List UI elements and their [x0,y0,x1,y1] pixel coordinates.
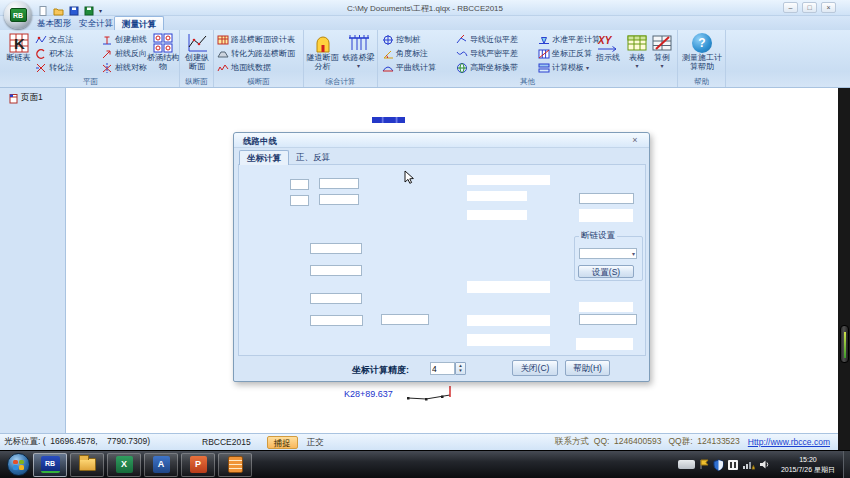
route-centerline-dialog: 线路中线 × 坐标计算 正、反算 [233,132,650,382]
statusbar-edge-cap [838,433,850,450]
tree-item-page1[interactable]: 页面1 [0,88,65,104]
taskbar-app-word[interactable]: A [144,453,178,477]
break-chain-set-button[interactable]: 设置(S) [578,265,634,278]
ribbon-group-profile: 创建纵断面 纵断面 [180,30,214,87]
table-button[interactable]: 表格 ▾ [626,32,648,69]
qat-customize-icon[interactable]: ▾ [99,8,102,14]
taskbar-app-file-manager[interactable] [70,453,104,477]
tab-survey-calc[interactable]: 测量计算 [114,16,164,30]
break-chain-combo[interactable]: ▾ [579,248,637,259]
show-desktop-button[interactable] [843,451,850,478]
control-stake-button[interactable]: 控制桩 [382,33,452,46]
control-stake-icon [382,34,394,46]
taskbar-app-rbcce[interactable]: RB [33,453,67,477]
subgrade-section-table-button[interactable]: 路基横断面设计表 [217,33,302,46]
tunnel-section-analysis-button[interactable]: 隧道断面分析 [305,32,340,72]
right-field-2[interactable] [579,314,637,325]
tab-coordinate-calc[interactable]: 坐标计算 [239,150,289,165]
input-field-4[interactable] [319,194,359,205]
minimize-button[interactable]: – [783,2,798,13]
broken-chainage-table-button[interactable]: K 断链表 [3,32,34,63]
input-method-icon[interactable] [728,460,738,470]
maximize-button[interactable]: □ [802,2,817,13]
flag-notification-icon[interactable] [699,459,709,470]
input-field-3[interactable] [290,195,309,206]
profile-icon [186,32,208,54]
ribbon-group-cross-section: 路基横断面设计表 转化为路基横断面 地面线数据 横断面 [214,30,304,87]
tree-item-label: 页面1 [21,92,43,104]
dialog-titlebar[interactable]: 线路中线 × [234,133,649,148]
input-field-1[interactable] [290,179,309,190]
bridge-culvert-structures-button[interactable]: 桥涵结构物 [147,32,179,72]
example-button[interactable]: 算例 ▾ [650,32,674,69]
convert-to-subgrade-section-button[interactable]: 转化为路基横断面 [217,47,302,60]
ground-line-data-button[interactable]: 地面线数据 [217,61,302,74]
tunnel-icon [313,32,333,54]
close-button[interactable]: × [821,2,836,13]
button-label: 路基横断面设计表 [231,34,295,45]
dialog-help-button[interactable]: 帮助(H) [565,360,610,376]
save-as-icon[interactable] [84,2,94,20]
traverse-approx-adjustment-button[interactable]: 导线近似平差 [456,33,536,46]
railway-bridge-button[interactable]: 铁路桥梁 ▾ [341,32,376,69]
input-field-2[interactable] [319,178,359,189]
start-button[interactable] [7,453,30,476]
save-icon[interactable] [69,2,79,20]
input-field-7[interactable] [310,293,362,304]
mouse-cursor [404,170,416,185]
angle-annotation-button[interactable]: 角度标注 [382,47,452,60]
intersection-method-button[interactable]: 交点法 [35,33,99,46]
indicator-line-button[interactable]: XY 指示线 [592,32,624,63]
traverse-rigorous-adjustment-button[interactable]: 导线严密平差 [456,47,536,60]
quick-access-toolbar: ▾ [38,2,102,20]
taskbar: RB X A P 15:20 2015/7/26 星期日 [0,450,850,478]
tab-forward-inverse[interactable]: 正、反算 [289,150,337,165]
precision-input[interactable] [430,362,455,375]
dialog-close-button[interactable]: 关闭(C) [512,360,558,376]
dialog-close-icon[interactable]: × [629,135,641,145]
website-link[interactable]: Http://www.rbcce.com [748,437,830,447]
group-label: 其他 [378,77,677,87]
security-shield-icon[interactable] [713,459,724,471]
input-field-8[interactable] [310,315,363,326]
taskbar-app-excel[interactable]: X [107,453,141,477]
convert-method-button[interactable]: 转化法 [35,61,99,74]
rb-logo-icon: RB [10,8,27,22]
desktop-edge-strip [838,88,850,433]
window-titlebar[interactable]: C:\My Documents\工程1.qlqx - RBCCE2015 – □… [0,0,850,16]
horizontal-curve-calc-button[interactable]: 平曲线计算 [382,61,452,74]
input-field-9[interactable] [381,314,429,325]
input-field-5[interactable] [310,243,362,254]
spin-down-icon[interactable]: ▼ [456,368,465,373]
building-block-method-button[interactable]: 积木法 [35,47,99,60]
ortho-toggle[interactable]: 正交 [301,436,330,449]
language-bar-icon[interactable] [678,460,695,469]
button-label: 桩线反向 [115,48,147,59]
button-label: 测量施工计算帮助 [680,54,724,72]
input-field-6[interactable] [310,265,362,276]
clock-date: 2015/7/26 星期日 [781,465,835,474]
gauss-zone-transform-button[interactable]: 高斯坐标换带 [456,61,536,74]
selected-annotation[interactable] [372,117,405,123]
precision-stepper[interactable]: ▲ ▼ [455,362,466,375]
taskbar-app-powerpoint[interactable]: P [181,453,215,477]
intersection-method-icon [35,34,47,46]
volume-icon[interactable] [759,459,770,470]
application-menu-button[interactable]: RB [4,1,32,29]
create-profile-button[interactable]: 创建纵断面 [182,32,212,72]
leveling-icon [538,34,550,46]
taskbar-clock[interactable]: 15:20 2015/7/26 星期日 [781,455,835,473]
bridge-culvert-icon [153,32,173,54]
readout-7 [467,334,550,346]
survey-calc-help-button[interactable]: ? 测量施工计算帮助 [680,32,724,72]
windows-flag-icon [13,460,24,470]
button-label: 高斯坐标换带 [470,62,518,73]
calc-template-button[interactable]: 计算模板 ▾ [538,61,614,74]
network-warning-icon[interactable] [742,459,755,470]
new-file-icon[interactable] [38,2,48,20]
dropdown-icon: ▾ [586,65,589,71]
taskbar-app-notes[interactable] [218,453,252,477]
right-field-1[interactable] [579,193,634,204]
snap-toggle[interactable]: 捕捉 [267,436,298,449]
open-file-icon[interactable] [53,2,64,20]
